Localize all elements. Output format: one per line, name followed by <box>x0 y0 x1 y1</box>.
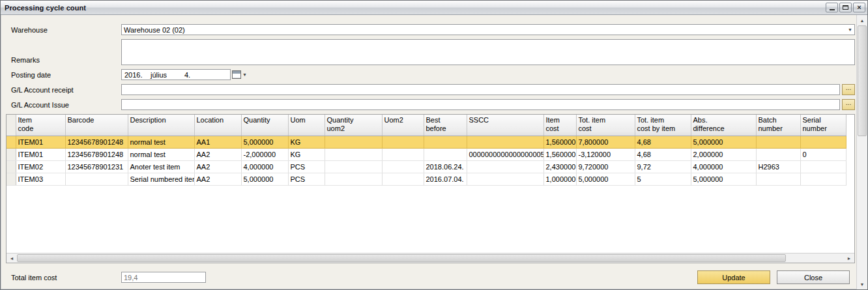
column-header-batch-number[interactable]: Batch number <box>756 115 800 136</box>
gl-issue-browse-button[interactable]: ... <box>842 99 855 110</box>
chevron-down-icon[interactable]: ▼ <box>846 27 854 32</box>
title-bar[interactable]: Processing cycle count × <box>1 1 867 15</box>
cell-location[interactable]: AA1 <box>194 136 241 148</box>
calendar-button[interactable]: ▼ <box>232 70 248 79</box>
cell-tot-item-cost-by-item[interactable]: 4,68 <box>635 136 691 148</box>
column-header-uom2[interactable]: Uom2 <box>382 115 424 136</box>
cell-batch-number[interactable]: H2963 <box>756 160 800 173</box>
column-header-serial-number[interactable]: Serial number <box>800 115 846 136</box>
cell-uom[interactable]: KG <box>288 148 325 160</box>
close-form-button[interactable]: Close <box>777 270 850 284</box>
cell-serial-number[interactable] <box>800 160 846 173</box>
table-row[interactable]: ITEM03Serial numbered itemAA25,000000PCS… <box>7 173 846 185</box>
cell-abs-difference[interactable]: 5,000000 <box>691 173 756 185</box>
scroll-left-icon[interactable]: ◄ <box>7 254 17 263</box>
cell-item-cost[interactable]: 1,000000 <box>543 173 576 185</box>
cell-best-before[interactable]: 2016.07.04. <box>424 173 467 185</box>
cell-barcode[interactable]: 12345678901248 <box>65 148 128 160</box>
cell-quantity[interactable]: 5,000000 <box>241 173 288 185</box>
column-header-sscc[interactable]: SSCC <box>467 115 543 136</box>
cell-uom2[interactable] <box>382 160 424 173</box>
cell-batch-number[interactable] <box>756 148 800 160</box>
cell-item-code[interactable]: ITEM03 <box>16 173 65 185</box>
gl-receipt-browse-button[interactable]: ... <box>842 84 855 95</box>
column-header-uom[interactable]: Uom <box>288 115 325 136</box>
cell-sscc[interactable] <box>467 160 543 173</box>
posting-date-input[interactable]: 2016. július 4. <box>121 69 231 80</box>
column-header-quantity[interactable]: Quantity <box>241 115 288 136</box>
row-selector[interactable] <box>7 173 16 185</box>
cell-uom[interactable]: PCS <box>288 160 325 173</box>
cell-location[interactable]: AA2 <box>194 173 241 185</box>
vertical-scrollbar[interactable]: ▲ ▼ <box>856 15 867 289</box>
posting-date-day[interactable]: 4. <box>182 71 201 79</box>
table-row[interactable]: ITEM0112345678901248normal testAA15,0000… <box>7 136 846 148</box>
cell-item-cost[interactable]: 2,430000 <box>543 160 576 173</box>
column-header-description[interactable]: Description <box>128 115 194 136</box>
cell-barcode[interactable]: 12345678901231 <box>65 160 128 173</box>
scroll-up-icon[interactable]: ▲ <box>857 15 867 25</box>
cell-description[interactable]: Anoter test item <box>128 160 194 173</box>
cell-sscc[interactable] <box>467 136 543 148</box>
cell-serial-number[interactable] <box>800 173 846 185</box>
gl-receipt-input[interactable] <box>121 84 840 95</box>
cell-item-cost[interactable]: 1,560000 <box>543 148 576 160</box>
cell-sscc[interactable] <box>467 173 543 185</box>
cell-description[interactable]: normal test <box>128 136 194 148</box>
cell-best-before[interactable]: 2018.06.24. <box>424 160 467 173</box>
row-selector[interactable] <box>7 160 16 173</box>
cell-quantity-uom2[interactable] <box>325 160 382 173</box>
cell-quantity-uom2[interactable] <box>325 148 382 160</box>
cell-description[interactable]: normal test <box>128 148 194 160</box>
cell-serial-number[interactable]: 0 <box>800 148 846 160</box>
column-header-quantity-uom2[interactable]: Quantity uom2 <box>325 115 382 136</box>
cell-tot-item-cost[interactable]: -3,120000 <box>576 148 635 160</box>
cell-tot-item-cost[interactable]: 5,000000 <box>576 173 635 185</box>
maximize-button[interactable] <box>839 3 852 12</box>
cell-barcode[interactable] <box>65 173 128 185</box>
cell-tot-item-cost-by-item[interactable]: 9,72 <box>635 160 691 173</box>
cell-uom2[interactable] <box>382 173 424 185</box>
column-header-best-before[interactable]: Best before <box>424 115 467 136</box>
update-button[interactable]: Update <box>697 270 770 284</box>
cell-quantity[interactable]: -2,000000 <box>241 148 288 160</box>
scroll-down-icon[interactable]: ▼ <box>857 279 867 289</box>
cell-item-cost[interactable]: 1,560000 <box>543 136 576 148</box>
cell-uom2[interactable] <box>382 148 424 160</box>
cell-uom[interactable]: KG <box>288 136 325 148</box>
warehouse-select[interactable]: Warehouse 02 (02) ▼ <box>121 24 855 35</box>
cell-uom2[interactable] <box>382 136 424 148</box>
minimize-button[interactable] <box>826 3 838 12</box>
cell-tot-item-cost-by-item[interactable]: 4,68 <box>635 148 691 160</box>
cell-quantity[interactable]: 5,000000 <box>241 136 288 148</box>
cell-description[interactable]: Serial numbered item <box>128 173 194 185</box>
gl-issue-input[interactable] <box>121 99 840 110</box>
cell-tot-item-cost[interactable]: 9,720000 <box>576 160 635 173</box>
cell-abs-difference[interactable]: 5,000000 <box>691 136 756 148</box>
cell-tot-item-cost-by-item[interactable]: 5 <box>635 173 691 185</box>
cell-quantity[interactable]: 4,000000 <box>241 160 288 173</box>
cell-abs-difference[interactable]: 2,000000 <box>691 148 756 160</box>
close-button[interactable]: × <box>853 3 865 12</box>
cell-abs-difference[interactable]: 4,000000 <box>691 160 756 173</box>
scroll-right-icon[interactable]: ► <box>844 254 854 263</box>
total-item-cost-input[interactable] <box>121 272 206 283</box>
cell-tot-item-cost[interactable]: 7,800000 <box>576 136 635 148</box>
cell-location[interactable]: AA2 <box>194 160 241 173</box>
cell-serial-number[interactable] <box>800 136 846 148</box>
table-row[interactable]: ITEM0112345678901248normal testAA2-2,000… <box>7 148 846 160</box>
horizontal-scroll-track[interactable] <box>17 254 844 263</box>
column-header-tot-item-cost-by-item[interactable]: Tot. item cost by item <box>635 115 691 136</box>
remarks-input[interactable] <box>121 39 855 65</box>
column-header-abs-difference[interactable]: Abs. difference <box>691 115 756 136</box>
horizontal-scroll-thumb[interactable] <box>17 254 786 262</box>
cell-best-before[interactable] <box>424 136 467 148</box>
cell-batch-number[interactable] <box>756 173 800 185</box>
cell-item-code[interactable]: ITEM02 <box>16 160 65 173</box>
horizontal-scrollbar[interactable]: ◄ ► <box>7 253 854 263</box>
column-header-item-code[interactable]: Item code <box>16 115 65 136</box>
cell-barcode[interactable]: 12345678901248 <box>65 136 128 148</box>
table-row[interactable]: ITEM0212345678901231Anoter test itemAA24… <box>7 160 846 173</box>
column-header-item-cost[interactable]: Item cost <box>543 115 576 136</box>
vertical-scroll-thumb[interactable] <box>858 25 867 136</box>
